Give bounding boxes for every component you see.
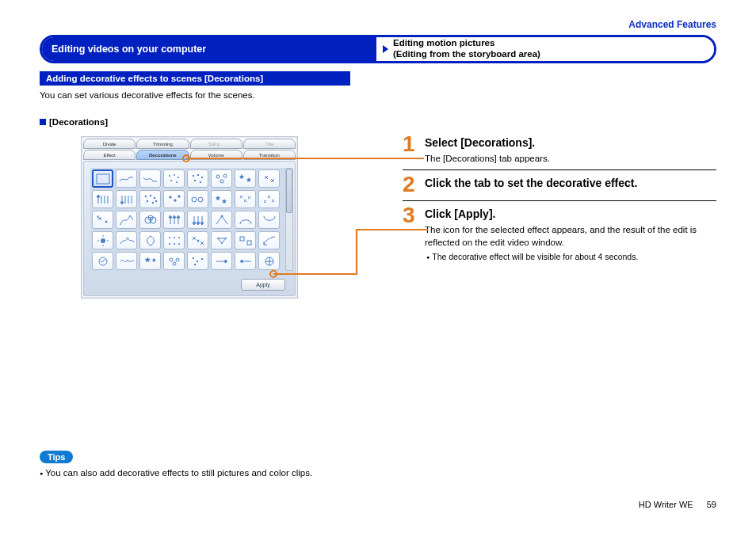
effect-cell[interactable]	[258, 169, 280, 188]
svg-point-56	[178, 237, 180, 238]
effect-cell[interactable]	[163, 190, 185, 208]
tab-transition[interactable]: Transition	[243, 150, 296, 160]
svg-point-11	[216, 175, 220, 178]
effect-cell[interactable]	[139, 169, 161, 188]
svg-point-71	[176, 258, 179, 261]
tips-badge: Tips	[40, 451, 73, 463]
effect-cell[interactable]	[92, 169, 113, 188]
tab-effect[interactable]: Effect	[83, 150, 136, 160]
effect-cell[interactable]	[92, 252, 113, 270]
tab-trimming[interactable]: Trimming	[136, 139, 189, 149]
svg-marker-18	[97, 195, 100, 197]
scrollbar[interactable]	[285, 168, 293, 271]
tab-title[interactable]: Title	[243, 139, 296, 149]
svg-point-70	[170, 258, 173, 261]
effect-cell[interactable]	[163, 169, 185, 188]
scrollbar-thumb[interactable]	[286, 169, 292, 213]
effect-cell[interactable]	[92, 231, 113, 249]
effect-cell[interactable]	[163, 231, 185, 249]
svg-rect-68	[247, 241, 251, 245]
effect-cell[interactable]	[116, 252, 137, 270]
effect-cell[interactable]	[235, 252, 256, 270]
effect-cell[interactable]	[187, 169, 208, 188]
effect-cell[interactable]	[116, 231, 137, 249]
svg-rect-9	[194, 180, 196, 181]
svg-point-2	[174, 174, 175, 176]
svg-line-66	[218, 238, 222, 243]
tab-volume[interactable]: Volume	[190, 150, 242, 160]
effect-cell[interactable]	[235, 190, 256, 208]
effects-grid	[90, 168, 288, 272]
effect-cell[interactable]	[139, 252, 161, 270]
svg-point-4	[170, 180, 172, 181]
tab-decorations[interactable]: Decorations	[136, 150, 189, 160]
effect-cell[interactable]	[258, 231, 280, 249]
effect-cell[interactable]	[92, 190, 113, 208]
effect-cell[interactable]	[116, 169, 137, 188]
effect-cell[interactable]	[258, 252, 280, 270]
decorations-label-text: [Decorations]	[49, 117, 108, 127]
banner-right-line2: (Editing from the storyboard area)	[393, 49, 540, 60]
decorations-panel: Divide Trimming Still p... Title Effect …	[81, 136, 298, 299]
svg-point-1	[169, 175, 170, 177]
effect-cell[interactable]	[139, 211, 161, 229]
effect-cell[interactable]	[139, 190, 161, 208]
step-bullet: The decorative effect will be visible fo…	[425, 252, 716, 261]
svg-point-27	[146, 200, 147, 201]
effect-cell[interactable]	[139, 231, 161, 249]
effect-cell[interactable]	[187, 190, 208, 208]
step-3: 3 Click [Apply]. The icon for the select…	[403, 201, 716, 266]
svg-line-65	[222, 238, 226, 243]
svg-rect-8	[201, 177, 203, 178]
tab-divide[interactable]: Divide	[83, 139, 136, 149]
step-title: Select [Decorations].	[425, 136, 716, 149]
effect-cell[interactable]	[258, 211, 280, 229]
svg-point-57	[169, 243, 170, 245]
step-desc: The [Decorations] tab appears.	[425, 152, 716, 165]
effect-cell[interactable]	[211, 231, 232, 249]
effect-cell[interactable]	[116, 190, 137, 208]
svg-marker-77	[225, 260, 227, 263]
svg-point-13	[220, 180, 223, 183]
effect-cell[interactable]	[163, 252, 185, 270]
effect-cell[interactable]	[211, 211, 232, 229]
effect-cell[interactable]	[235, 231, 256, 249]
svg-rect-75	[201, 258, 203, 260]
effect-cell[interactable]	[211, 169, 232, 188]
effect-cell[interactable]	[116, 211, 137, 229]
subheader: Adding decorative effects to scenes [Dec…	[40, 71, 350, 86]
svg-marker-41	[177, 215, 180, 218]
svg-point-26	[153, 196, 155, 198]
effect-cell[interactable]	[235, 169, 256, 188]
breadcrumb[interactable]: Advanced Features	[40, 19, 716, 30]
effect-cell[interactable]	[187, 231, 208, 249]
effect-cell[interactable]	[92, 211, 113, 229]
tab-row-1: Divide Trimming Still p... Title	[83, 139, 296, 149]
svg-marker-37	[169, 215, 172, 218]
svg-point-25	[149, 194, 151, 196]
step-number: 2	[403, 173, 425, 196]
svg-point-58	[174, 243, 175, 245]
svg-point-60	[197, 240, 199, 242]
svg-rect-67	[240, 237, 244, 241]
apply-button[interactable]: Apply	[241, 279, 285, 291]
svg-point-72	[173, 262, 176, 265]
effect-cell[interactable]	[211, 190, 232, 208]
effect-cell[interactable]	[211, 252, 232, 270]
svg-rect-73	[193, 257, 194, 259]
footer: HD Writer WE 59	[639, 500, 716, 509]
step-desc: The icon for the selected effect appears…	[425, 223, 716, 249]
step-title: Click the tab to set the decorative effe…	[425, 177, 716, 189]
banner-right: Editing motion pictures (Editing from th…	[376, 37, 714, 61]
effect-cell[interactable]	[187, 252, 208, 270]
footer-page: 59	[707, 500, 716, 509]
svg-point-30	[192, 197, 197, 202]
effect-cell[interactable]	[163, 211, 185, 229]
svg-rect-10	[200, 181, 201, 183]
effect-cell[interactable]	[187, 211, 208, 229]
effect-cell[interactable]	[258, 190, 280, 208]
tab-stillp[interactable]: Still p...	[190, 139, 242, 149]
decorations-label: [Decorations]	[40, 117, 716, 127]
svg-rect-74	[197, 261, 198, 262]
effect-cell[interactable]	[235, 211, 256, 229]
